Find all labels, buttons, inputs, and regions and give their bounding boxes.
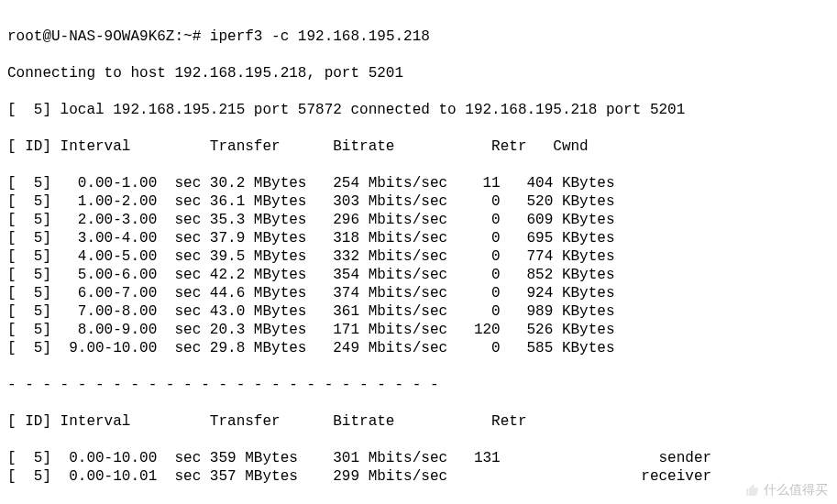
summary-row: [ 5] 0.00-10.01 sec 357 MBytes 299 Mbits… — [7, 467, 830, 486]
header-line: [ ID] Interval Transfer Bitrate Retr Cwn… — [7, 137, 830, 156]
interval-row: [ 5] 7.00-8.00 sec 43.0 MBytes 361 Mbits… — [7, 302, 830, 321]
divider-line: - - - - - - - - - - - - - - - - - - - - … — [7, 376, 830, 394]
interval-row: [ 5] 9.00-10.00 sec 29.8 MBytes 249 Mbit… — [7, 339, 830, 357]
prompt-line: root@U-NAS-9OWA9K6Z:~# iperf3 -c 192.168… — [7, 27, 830, 46]
summary-row: [ 5] 0.00-10.00 sec 359 MBytes 301 Mbits… — [7, 449, 830, 467]
command: iperf3 -c 192.168.195.218 — [210, 28, 430, 45]
summary-header-line: [ ID] Interval Transfer Bitrate Retr — [7, 412, 830, 431]
interval-row: [ 5] 0.00-1.00 sec 30.2 MBytes 254 Mbits… — [7, 174, 830, 192]
interval-row: [ 5] 2.00-3.00 sec 35.3 MBytes 296 Mbits… — [7, 211, 830, 229]
thumbs-up-icon — [745, 483, 760, 498]
interval-row: [ 5] 3.00-4.00 sec 37.9 MBytes 318 Mbits… — [7, 229, 830, 247]
interval-row: [ 5] 1.00-2.00 sec 36.1 MBytes 303 Mbits… — [7, 192, 830, 211]
terminal-output[interactable]: root@U-NAS-9OWA9K6Z:~# iperf3 -c 192.168… — [0, 0, 837, 504]
interval-row: [ 5] 5.00-6.00 sec 42.2 MBytes 354 Mbits… — [7, 266, 830, 284]
interval-row: [ 5] 6.00-7.00 sec 44.6 MBytes 374 Mbits… — [7, 284, 830, 302]
shell-prompt: root@U-NAS-9OWA9K6Z:~# — [7, 28, 210, 45]
interval-row: [ 5] 8.00-9.00 sec 20.3 MBytes 171 Mbits… — [7, 321, 830, 339]
local-line: [ 5] local 192.168.195.215 port 57872 co… — [7, 101, 830, 119]
connecting-line: Connecting to host 192.168.195.218, port… — [7, 64, 830, 82]
watermark-text: 什么值得买 — [764, 482, 828, 497]
interval-row: [ 5] 4.00-5.00 sec 39.5 MBytes 332 Mbits… — [7, 247, 830, 266]
watermark: 什么值得买 — [745, 482, 828, 499]
